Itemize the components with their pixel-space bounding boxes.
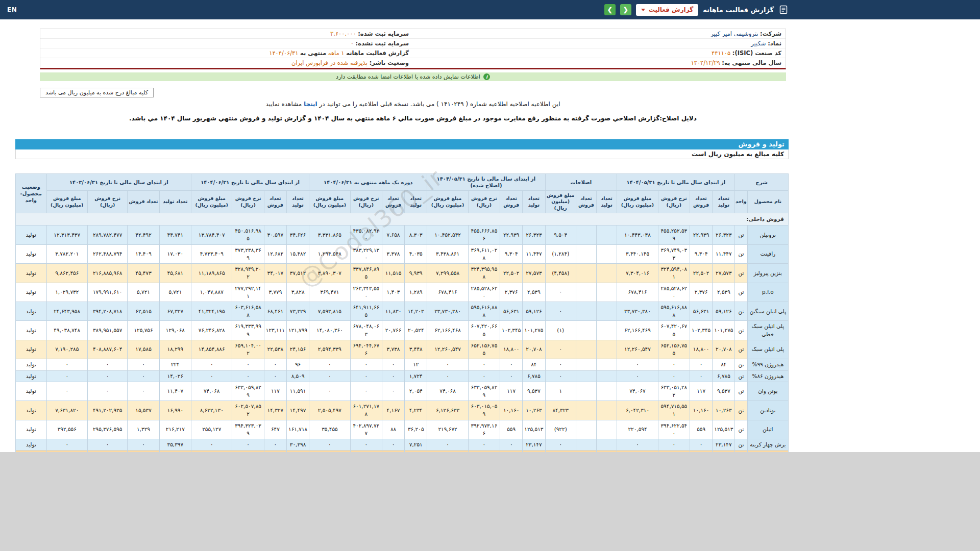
value-cell: ۰ — [690, 370, 713, 382]
value-cell: ۶۲۱,۹۴۵ — [159, 450, 191, 452]
status-cell: تولید — [16, 226, 47, 244]
product-name-cell: بوتن وان — [747, 382, 788, 400]
value-cell: ۲۲۴ — [159, 359, 191, 370]
value-cell: ۶,۰۴۲,۳۱۰ — [617, 401, 658, 420]
amendment-note: این اطلاعیه اصلاحیه اطلاعیه شماره ( ۱۴۱۰… — [40, 101, 786, 108]
value-cell: ۰ — [309, 382, 350, 400]
issuer-status-row: وضعیت ناشر: پذیرفته شده در فرابورس ایران — [40, 58, 413, 68]
product-name-cell: برش چهار کربنه — [747, 439, 788, 450]
unregistered-capital-value: ۰ — [351, 40, 354, 47]
info-col-left: سرمایه ثبت شده: ۳,۶۰۰,۰۰۰ سرمایه ثبت نشد… — [40, 29, 413, 68]
value-cell: ۶۵۲,۱۵۶,۷۵۵ — [468, 340, 500, 359]
value-cell: ۶۷۸,۴۱۶ — [427, 283, 468, 302]
value-cell: ۶۰۱,۲۷۱,۱۷۸ — [350, 401, 382, 420]
value-cell — [597, 370, 617, 382]
product-row: پلی اتیلن سنگینتن۵۹,۱۲۶۵۶,۶۳۱۵۹۵,۶۱۶,۸۸۸… — [16, 302, 789, 321]
value-cell: ۲۶,۳۲۳ — [523, 226, 545, 244]
value-cell: ۰ — [427, 359, 468, 370]
value-cell — [597, 226, 617, 244]
header-sub: مبلغ فروش (میلیون ریال) — [46, 191, 87, 213]
value-cell: ۱۰۱,۲۷۵ — [523, 321, 545, 340]
value-cell: ۸,۳۰۳ — [405, 226, 427, 244]
language-switch-en[interactable]: EN — [7, 6, 17, 13]
value-cell: ۰ — [350, 359, 382, 370]
value-cell — [576, 439, 596, 450]
value-cell: ۱۱,۴۴۷ — [713, 244, 735, 263]
value-cell: ۲,۳۷۶ — [690, 283, 713, 302]
value-cell — [576, 401, 596, 420]
value-cell: ۹,۵۳۷ — [713, 382, 735, 400]
value-cell: ۳۰,۵۹۷ — [264, 226, 286, 244]
value-cell — [500, 450, 523, 452]
header-sub: تعداد فروش — [128, 191, 159, 213]
value-cell: ۳۶۹,۴۷۱ — [309, 283, 350, 302]
previous-version-link[interactable]: اینجا — [304, 101, 317, 108]
report-period-length: ۱ ماهه — [328, 49, 345, 57]
value-cell: ۰ — [350, 382, 382, 400]
value-cell: ۰ — [309, 370, 350, 382]
value-cell — [597, 321, 617, 340]
value-cell: ۶۴,۵۴۳ — [382, 450, 404, 452]
value-cell: ۰ — [46, 359, 87, 370]
header-group-1: اصلاحات — [545, 174, 617, 191]
value-cell: ۵۵۹ — [500, 420, 523, 439]
amendment-note-suffix: مشاهده نمایید — [265, 101, 304, 108]
value-cell: ۲,۰۵۴ — [405, 382, 427, 400]
section-label-cell: فروش داخلی: — [16, 213, 789, 226]
value-cell: ۱۱,۵۹۱ — [286, 382, 309, 400]
header-group-4: از ابتدای سال مالی تا تاریخ ۱۴۰۴/۰۶/۳۱ — [191, 174, 309, 191]
status-cell: تولید — [16, 382, 47, 400]
value-cell: ۵۹,۱۲۶ — [523, 302, 545, 321]
value-cell: ۱۱۳,۲۲۲ — [405, 450, 427, 452]
value-cell — [576, 302, 596, 321]
value-cell: ۱۴,۸۵۴,۸۸۶ — [191, 340, 232, 359]
value-cell: ۱,۲۹۴,۵۴۸ — [309, 244, 350, 263]
section-subtitle: کلیه مبالغ به میلیون ریال است — [15, 149, 789, 159]
value-cell: ۲,۵۳۹ — [713, 283, 735, 302]
value-cell: ۰ — [690, 439, 713, 450]
value-cell: ۳۹۴,۶۲۲,۵۴۰ — [658, 420, 690, 439]
value-cell — [597, 401, 617, 420]
value-cell: ۷,۱۹۰,۲۸۵ — [46, 340, 87, 359]
product-row: هیدروژن ۹۹%تن۸۴۰۰۰۰۸۴۰۰۰۱۲۰۰۰۹۶۰۰۰۲۲۴۰۰۰… — [16, 359, 789, 370]
value-cell: ۴,۲۳۴ — [405, 401, 427, 420]
value-cell: ۰ — [309, 359, 350, 370]
value-cell: ۲۲,۵۰۲ — [500, 264, 523, 283]
value-cell: ۴۵,۴۷۳ — [128, 264, 159, 283]
header-sub: تعداد تولید — [405, 191, 427, 213]
value-cell: ۳۲۴,۳۹۵,۹۵۸ — [468, 264, 500, 283]
value-cell: ۲۱۶,۲۱۷ — [159, 420, 191, 439]
header-group-2: از ابتدای سال مالی تا تاریخ ۱۴۰۴/۰۵/۳۱ (… — [427, 174, 545, 191]
info-icon: i — [483, 73, 490, 80]
header-sub: نرخ فروش (ریال) — [350, 191, 382, 213]
value-cell: ۲۷۷,۲۹۲,۱۴۱ — [232, 283, 264, 302]
value-cell: ۶۰۷,۴۲۰,۶۷۵ — [658, 321, 690, 340]
unit-cell: تن — [735, 264, 747, 283]
next-report-button[interactable]: ❯ — [604, 4, 616, 15]
value-cell: ۱۱,۸۳۰ — [382, 302, 404, 321]
unit-note-box: کلیه مبالغ درج شده به میلیون ریال می باش… — [40, 88, 154, 97]
value-cell: ۲۷,۵۷۳ — [713, 264, 735, 283]
symbol-row: نماد: شکبیر — [413, 39, 786, 48]
value-cell: ۳,۳۳۱,۸۶۵ — [309, 226, 350, 244]
header-sub: نرخ فروش (ریال) — [658, 191, 690, 213]
value-cell: ۴۰۲,۸۹۷,۷۲۷ — [350, 420, 382, 439]
value-cell: ۶۳۳,۰۵۹,۸۲۹ — [232, 382, 264, 400]
product-name-cell: بنزین پیرولیز — [747, 264, 788, 283]
prev-report-button[interactable]: ❮ — [620, 4, 631, 15]
value-cell: ۱۱,۴۰۷ — [159, 382, 191, 400]
product-row: پروپیلنتن۲۶,۳۲۳۲۲,۹۳۹۴۵۵,۲۵۲,۵۳۹۱۰,۴۴۳,۰… — [16, 226, 789, 244]
value-cell: ۳۶۹,۷۴۹,۰۳۳ — [658, 244, 690, 263]
value-cell — [523, 450, 545, 452]
report-period-date: ۱۴۰۴/۰۶/۳۱ — [269, 49, 298, 57]
value-cell — [597, 244, 617, 263]
value-cell: ۳۲۴,۵۹۴,۰۸۱ — [658, 264, 690, 283]
report-type-button[interactable]: گزارش فعالیت — [636, 4, 698, 16]
value-cell: ۶,۷۸۵ — [523, 370, 545, 382]
value-cell: ۶۲,۱۶۶,۴۶۹ — [617, 321, 658, 340]
value-cell: (۹۲۲) — [545, 420, 576, 439]
value-cell: ۲,۵۰۵,۴۹۷ — [309, 401, 350, 420]
value-cell: ۱۱۷ — [264, 382, 286, 400]
value-cell — [597, 340, 617, 359]
value-cell: ۳۹۲,۹۷۳,۱۶۶ — [468, 420, 500, 439]
